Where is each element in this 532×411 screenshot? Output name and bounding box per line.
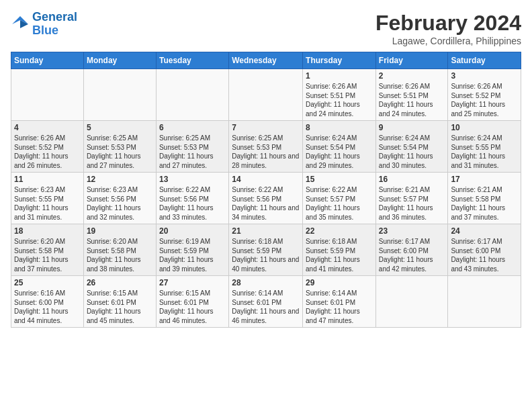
day-info-10: Sunrise: 6:24 AM Sunset: 5:55 PM Dayligh…	[451, 134, 518, 170]
day-number-26: 26	[87, 278, 153, 287]
cell-w3-d5: 23Sunrise: 6:17 AM Sunset: 6:00 PM Dayli…	[375, 224, 448, 276]
day-info-27: Sunrise: 6:15 AM Sunset: 6:01 PM Dayligh…	[159, 289, 226, 325]
day-info-1: Sunrise: 6:26 AM Sunset: 5:51 PM Dayligh…	[306, 82, 373, 118]
cell-w3-d4: 22Sunrise: 6:18 AM Sunset: 5:59 PM Dayli…	[303, 224, 376, 276]
day-number-16: 16	[379, 175, 445, 184]
day-info-12: Sunrise: 6:23 AM Sunset: 5:56 PM Dayligh…	[87, 185, 153, 222]
title-block: February 2024 Lagawe, Cordillera, Philip…	[375, 11, 521, 46]
header-saturday: Saturday	[448, 52, 521, 69]
header-tuesday: Tuesday	[156, 52, 228, 69]
day-number-19: 19	[87, 226, 153, 236]
day-number-12: 12	[87, 175, 153, 184]
cell-w4-d2: 27Sunrise: 6:15 AM Sunset: 6:01 PM Dayli…	[156, 276, 228, 328]
cell-w4-d4: 29Sunrise: 6:14 AM Sunset: 6:01 PM Dayli…	[303, 276, 376, 328]
day-number-6: 6	[159, 123, 226, 132]
day-info-3: Sunrise: 6:26 AM Sunset: 5:52 PM Dayligh…	[451, 82, 518, 118]
cell-w0-d4: 1Sunrise: 6:26 AM Sunset: 5:51 PM Daylig…	[303, 69, 376, 121]
day-number-23: 23	[379, 226, 445, 236]
day-info-11: Sunrise: 6:23 AM Sunset: 5:55 PM Dayligh…	[14, 185, 81, 222]
day-number-8: 8	[306, 123, 373, 132]
day-number-5: 5	[87, 123, 153, 132]
day-number-13: 13	[159, 175, 226, 184]
logo-icon	[11, 15, 30, 34]
header-monday: Monday	[83, 52, 156, 69]
cell-w1-d4: 8Sunrise: 6:24 AM Sunset: 5:54 PM Daylig…	[303, 121, 376, 173]
cell-w1-d0: 4Sunrise: 6:26 AM Sunset: 5:52 PM Daylig…	[11, 121, 84, 173]
cell-w2-d4: 15Sunrise: 6:22 AM Sunset: 5:57 PM Dayli…	[303, 173, 376, 224]
day-info-21: Sunrise: 6:18 AM Sunset: 5:59 PM Dayligh…	[232, 237, 300, 273]
cell-w0-d6: 3Sunrise: 6:26 AM Sunset: 5:52 PM Daylig…	[448, 69, 521, 121]
day-number-10: 10	[451, 123, 518, 132]
cell-w0-d1	[83, 69, 156, 121]
cell-w1-d5: 9Sunrise: 6:24 AM Sunset: 5:54 PM Daylig…	[375, 121, 448, 173]
cell-w2-d0: 11Sunrise: 6:23 AM Sunset: 5:55 PM Dayli…	[11, 173, 84, 224]
day-info-5: Sunrise: 6:25 AM Sunset: 5:53 PM Dayligh…	[87, 134, 153, 170]
week-row-2: 11Sunrise: 6:23 AM Sunset: 5:55 PM Dayli…	[11, 173, 521, 224]
day-number-17: 17	[451, 175, 518, 184]
week-row-3: 18Sunrise: 6:20 AM Sunset: 5:58 PM Dayli…	[11, 224, 521, 276]
logo: General Blue	[11, 11, 77, 38]
day-number-9: 9	[379, 123, 445, 132]
day-number-20: 20	[159, 226, 226, 236]
cell-w1-d1: 5Sunrise: 6:25 AM Sunset: 5:53 PM Daylig…	[83, 121, 156, 173]
day-info-22: Sunrise: 6:18 AM Sunset: 5:59 PM Dayligh…	[306, 237, 373, 273]
cell-w0-d3	[229, 69, 303, 121]
day-info-14: Sunrise: 6:22 AM Sunset: 5:56 PM Dayligh…	[232, 185, 300, 222]
day-info-20: Sunrise: 6:19 AM Sunset: 5:59 PM Dayligh…	[159, 237, 226, 273]
day-info-29: Sunrise: 6:14 AM Sunset: 6:01 PM Dayligh…	[306, 289, 373, 325]
day-info-15: Sunrise: 6:22 AM Sunset: 5:57 PM Dayligh…	[306, 185, 373, 222]
cell-w3-d2: 20Sunrise: 6:19 AM Sunset: 5:59 PM Dayli…	[156, 224, 228, 276]
cell-w4-d6	[448, 276, 521, 328]
day-number-11: 11	[14, 175, 81, 184]
day-number-24: 24	[451, 226, 518, 236]
day-info-28: Sunrise: 6:14 AM Sunset: 6:01 PM Dayligh…	[232, 289, 300, 325]
day-info-8: Sunrise: 6:24 AM Sunset: 5:54 PM Dayligh…	[306, 134, 373, 170]
cell-w1-d3: 7Sunrise: 6:25 AM Sunset: 5:53 PM Daylig…	[229, 121, 303, 173]
cell-w3-d3: 21Sunrise: 6:18 AM Sunset: 5:59 PM Dayli…	[229, 224, 303, 276]
cell-w2-d6: 17Sunrise: 6:21 AM Sunset: 5:58 PM Dayli…	[448, 173, 521, 224]
header-wednesday: Wednesday	[229, 52, 303, 69]
day-number-29: 29	[306, 278, 373, 287]
day-info-23: Sunrise: 6:17 AM Sunset: 6:00 PM Dayligh…	[379, 237, 445, 273]
page-header: General Blue February 2024 Lagawe, Cordi…	[11, 11, 521, 46]
day-number-18: 18	[14, 226, 81, 236]
day-number-2: 2	[379, 71, 445, 81]
day-number-3: 3	[451, 71, 518, 81]
cell-w3-d6: 24Sunrise: 6:17 AM Sunset: 6:00 PM Dayli…	[448, 224, 521, 276]
cell-w2-d1: 12Sunrise: 6:23 AM Sunset: 5:56 PM Dayli…	[83, 173, 156, 224]
day-number-21: 21	[232, 226, 300, 236]
cell-w2-d2: 13Sunrise: 6:22 AM Sunset: 5:56 PM Dayli…	[156, 173, 228, 224]
day-number-27: 27	[159, 278, 226, 287]
logo-line1: General	[32, 10, 77, 24]
day-info-17: Sunrise: 6:21 AM Sunset: 5:58 PM Dayligh…	[451, 185, 518, 222]
day-info-7: Sunrise: 6:25 AM Sunset: 5:53 PM Dayligh…	[232, 134, 300, 170]
week-row-0: 1Sunrise: 6:26 AM Sunset: 5:51 PM Daylig…	[11, 69, 521, 121]
day-info-9: Sunrise: 6:24 AM Sunset: 5:54 PM Dayligh…	[379, 134, 445, 170]
day-number-15: 15	[306, 175, 373, 184]
day-info-18: Sunrise: 6:20 AM Sunset: 5:58 PM Dayligh…	[14, 237, 81, 273]
day-info-16: Sunrise: 6:21 AM Sunset: 5:57 PM Dayligh…	[379, 185, 445, 222]
calendar-header-row: SundayMondayTuesdayWednesdayThursdayFrid…	[11, 52, 521, 69]
cell-w4-d1: 26Sunrise: 6:15 AM Sunset: 6:01 PM Dayli…	[83, 276, 156, 328]
header-sunday: Sunday	[11, 52, 84, 69]
calendar-table: SundayMondayTuesdayWednesdayThursdayFrid…	[11, 52, 521, 328]
cell-w0-d2	[156, 69, 228, 121]
day-number-14: 14	[232, 175, 300, 184]
day-info-25: Sunrise: 6:16 AM Sunset: 6:00 PM Dayligh…	[14, 289, 81, 325]
cell-w1-d2: 6Sunrise: 6:25 AM Sunset: 5:53 PM Daylig…	[156, 121, 228, 173]
day-number-28: 28	[232, 278, 300, 287]
day-number-22: 22	[306, 226, 373, 236]
day-info-13: Sunrise: 6:22 AM Sunset: 5:56 PM Dayligh…	[159, 185, 226, 222]
week-row-4: 25Sunrise: 6:16 AM Sunset: 6:00 PM Dayli…	[11, 276, 521, 328]
day-number-7: 7	[232, 123, 300, 132]
day-info-26: Sunrise: 6:15 AM Sunset: 6:01 PM Dayligh…	[87, 289, 153, 325]
day-number-4: 4	[14, 123, 81, 132]
week-row-1: 4Sunrise: 6:26 AM Sunset: 5:52 PM Daylig…	[11, 121, 521, 173]
cell-w3-d1: 19Sunrise: 6:20 AM Sunset: 5:58 PM Dayli…	[83, 224, 156, 276]
header-thursday: Thursday	[303, 52, 376, 69]
day-info-19: Sunrise: 6:20 AM Sunset: 5:58 PM Dayligh…	[87, 237, 153, 273]
day-info-6: Sunrise: 6:25 AM Sunset: 5:53 PM Dayligh…	[159, 134, 226, 170]
cell-w0-d5: 2Sunrise: 6:26 AM Sunset: 5:51 PM Daylig…	[375, 69, 448, 121]
cell-w4-d0: 25Sunrise: 6:16 AM Sunset: 6:00 PM Dayli…	[11, 276, 84, 328]
logo-text: General Blue	[32, 11, 77, 38]
